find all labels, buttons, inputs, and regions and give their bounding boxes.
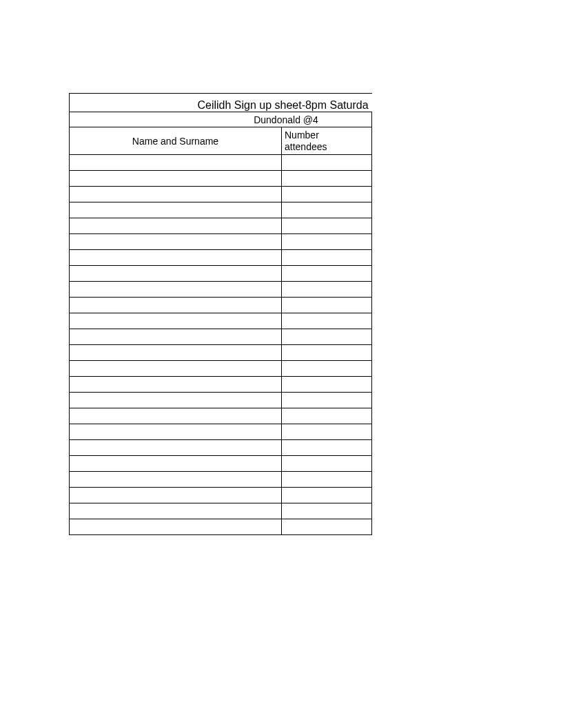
cell-name <box>70 488 282 503</box>
table-row <box>70 202 372 218</box>
header-number-text: Number attendees <box>285 129 327 153</box>
cell-number <box>282 282 372 297</box>
cell-number <box>282 519 372 534</box>
cell-number <box>282 313 372 329</box>
table-row <box>70 345 372 361</box>
cell-number <box>282 393 372 408</box>
sheet-subtitle: Dundonald @4 <box>70 112 372 127</box>
cell-number <box>282 503 372 519</box>
cell-name <box>70 345 282 360</box>
cell-name <box>70 377 282 392</box>
cell-number <box>282 187 372 202</box>
cell-name <box>70 393 282 408</box>
table-row <box>70 250 372 266</box>
cell-number <box>282 266 372 281</box>
cell-number <box>282 298 372 313</box>
table-row <box>70 298 372 313</box>
table-row <box>70 472 372 488</box>
cell-name <box>70 361 282 376</box>
table-row <box>70 424 372 440</box>
cell-name <box>70 266 282 281</box>
cell-number <box>282 456 372 471</box>
cell-number <box>282 329 372 344</box>
table-header-row: Name and Surname Number attendees <box>70 127 372 155</box>
cell-number <box>282 155 372 170</box>
cell-name <box>70 298 282 313</box>
cell-number <box>282 377 372 392</box>
table-row <box>70 171 372 187</box>
signup-sheet: Ceilidh Sign up sheet-8pm Saturda Dundon… <box>69 93 372 535</box>
cell-name <box>70 218 282 233</box>
cell-name <box>70 329 282 344</box>
table-row <box>70 266 372 282</box>
cell-name <box>70 155 282 170</box>
table-body <box>70 155 372 535</box>
table-row <box>70 408 372 424</box>
table-row <box>70 313 372 329</box>
sheet-title: Ceilidh Sign up sheet-8pm Saturda <box>70 93 372 112</box>
table-row <box>70 377 372 393</box>
table-row <box>70 488 372 503</box>
cell-name <box>70 250 282 265</box>
header-name-text: Name and Surname <box>132 136 218 147</box>
cell-name <box>70 408 282 424</box>
cell-name <box>70 202 282 218</box>
cell-name <box>70 282 282 297</box>
cell-name <box>70 472 282 487</box>
cell-name <box>70 234 282 249</box>
cell-name <box>70 171 282 186</box>
cell-name <box>70 519 282 534</box>
cell-name <box>70 503 282 519</box>
subtitle-text: Dundonald @4 <box>254 114 318 125</box>
table-row <box>70 329 372 345</box>
cell-number <box>282 440 372 455</box>
cell-number <box>282 361 372 376</box>
table-row <box>70 187 372 202</box>
table-row <box>70 155 372 171</box>
table-row <box>70 503 372 519</box>
cell-number <box>282 488 372 503</box>
cell-number <box>282 218 372 233</box>
cell-number <box>282 408 372 424</box>
table-row <box>70 234 372 250</box>
title-text: Ceilidh Sign up sheet-8pm Saturda <box>197 99 368 112</box>
table-row <box>70 519 372 535</box>
cell-number <box>282 345 372 360</box>
cell-number <box>282 472 372 487</box>
table-row <box>70 218 372 234</box>
cell-number <box>282 202 372 218</box>
header-name: Name and Surname <box>70 127 282 154</box>
table-row <box>70 393 372 408</box>
table-row <box>70 361 372 377</box>
cell-number <box>282 234 372 249</box>
cell-number <box>282 424 372 439</box>
cell-name <box>70 424 282 439</box>
table-row <box>70 440 372 456</box>
table-row <box>70 456 372 472</box>
table-row <box>70 282 372 298</box>
cell-number <box>282 171 372 186</box>
cell-name <box>70 187 282 202</box>
cell-number <box>282 250 372 265</box>
header-number: Number attendees <box>282 127 372 154</box>
cell-name <box>70 440 282 455</box>
cell-name <box>70 313 282 329</box>
cell-name <box>70 456 282 471</box>
